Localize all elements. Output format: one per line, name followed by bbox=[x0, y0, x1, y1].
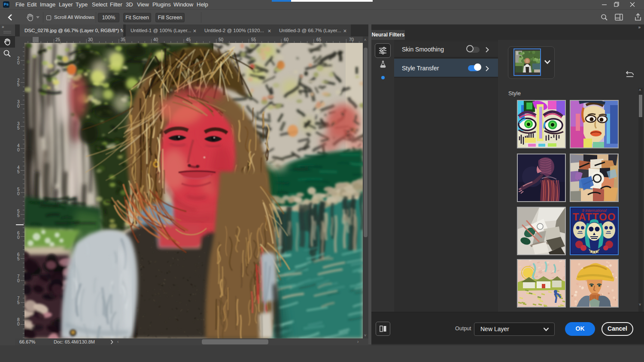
svg-text:5: 5 bbox=[17, 256, 20, 261]
svg-text:5: 5 bbox=[17, 300, 20, 305]
svg-text:60: 60 bbox=[284, 37, 289, 42]
svg-text:5: 5 bbox=[17, 126, 20, 130]
svg-text:0: 0 bbox=[17, 235, 20, 240]
svg-text:25: 25 bbox=[55, 37, 61, 42]
svg-text:0: 0 bbox=[17, 322, 20, 326]
svg-text:50: 50 bbox=[219, 37, 224, 42]
svg-text:35: 35 bbox=[121, 37, 126, 42]
svg-text:5: 5 bbox=[17, 213, 20, 218]
svg-text:5: 5 bbox=[17, 169, 20, 174]
svg-text:0: 0 bbox=[17, 278, 20, 283]
svg-text:0: 0 bbox=[17, 60, 20, 65]
svg-text:65: 65 bbox=[316, 37, 322, 42]
svg-text:0: 0 bbox=[17, 104, 20, 109]
svg-text:5: 5 bbox=[17, 82, 20, 87]
svg-text:0: 0 bbox=[17, 191, 20, 196]
svg-text:0: 0 bbox=[17, 148, 20, 152]
svg-text:45: 45 bbox=[186, 37, 191, 42]
svg-text:55: 55 bbox=[251, 37, 256, 42]
svg-text:30: 30 bbox=[88, 37, 93, 42]
svg-text:40: 40 bbox=[153, 37, 158, 42]
svg-text:70: 70 bbox=[349, 37, 354, 42]
